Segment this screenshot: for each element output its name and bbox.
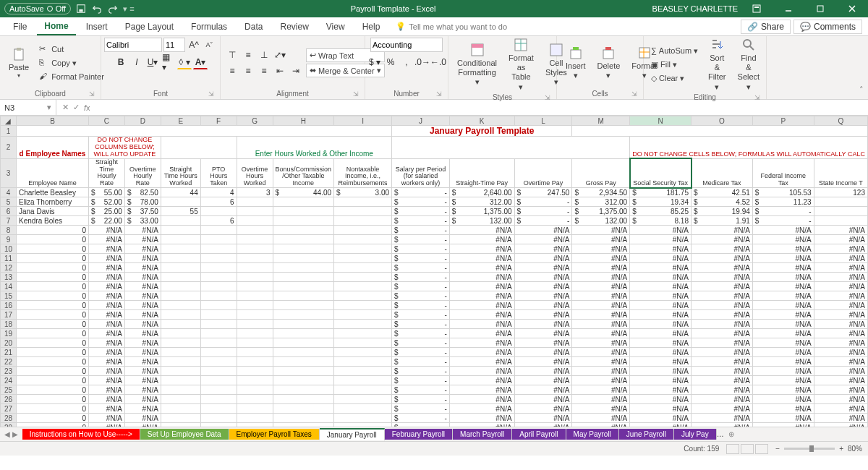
ribbon: Paste▾ ✂Cut ⎘Copy ▾ 🖌Format Painter Clip… <box>0 36 868 100</box>
minimize-icon[interactable] <box>775 0 801 17</box>
sheet-tab-february[interactable]: February Payroll <box>385 429 453 440</box>
font-color-button[interactable]: A ▾ <box>193 55 208 69</box>
tab-home[interactable]: Home <box>37 18 75 35</box>
font-size-select[interactable] <box>163 38 185 52</box>
tab-help[interactable]: Help <box>355 19 388 35</box>
percent-button[interactable]: % <box>383 55 398 69</box>
format-painter-button[interactable]: 🖌Format Painter <box>36 70 107 83</box>
svg-rect-7 <box>17 48 21 51</box>
fill-button[interactable]: ▣Fill ▾ <box>648 59 701 71</box>
maximize-icon[interactable] <box>807 0 833 17</box>
grow-font-button[interactable]: A^ <box>187 38 201 52</box>
table-icon <box>514 38 528 52</box>
tell-me-search[interactable]: 💡Tell me what you want to do <box>396 22 507 31</box>
svg-rect-16 <box>603 50 613 59</box>
tab-file[interactable]: File <box>6 19 34 35</box>
insert-cells-button[interactable]: Insert▾ <box>561 46 590 80</box>
currency-button[interactable]: $ ▾ <box>367 55 382 69</box>
name-box[interactable]: N3▾ <box>0 100 56 115</box>
sort-icon <box>710 38 724 52</box>
align-middle[interactable]: ≡ <box>241 48 255 62</box>
menu-bar: File Home Insert Page Layout Formulas Da… <box>0 17 868 36</box>
sheet-tab-june[interactable]: June Payroll <box>619 429 674 440</box>
align-bottom[interactable]: ⊥ <box>257 48 271 62</box>
delete-cells-button[interactable]: Delete▾ <box>593 46 625 80</box>
tab-insert[interactable]: Insert <box>79 19 115 35</box>
svg-rect-14 <box>571 50 581 59</box>
tab-review[interactable]: Review <box>273 19 315 35</box>
inc-decimal[interactable]: .0→ <box>415 55 430 69</box>
window-title: Payroll Template - Excel <box>135 4 652 13</box>
sheet-tab-instructions[interactable]: Instructions on How to Use-----> <box>22 429 140 440</box>
spreadsheet-grid[interactable]: ◢BCDEFGHIJKLMNOPQ1January Payroll Templa… <box>0 116 868 427</box>
sort-filter-button[interactable]: Sort & Filter▾ <box>704 38 730 92</box>
comment-icon: 💬 <box>800 22 811 32</box>
sheet-tab-april[interactable]: April Payroll <box>512 429 566 440</box>
tab-formulas[interactable]: Formulas <box>184 19 234 35</box>
align-right[interactable]: ≡ <box>257 64 271 78</box>
font-name-select[interactable] <box>104 38 162 52</box>
sheet-tab-may[interactable]: May Payroll <box>566 429 619 440</box>
share-button[interactable]: 🔗Share <box>741 20 791 34</box>
save-icon[interactable] <box>75 3 87 14</box>
svg-rect-17 <box>605 47 611 50</box>
add-sheet-button[interactable]: ⊕ <box>724 430 739 438</box>
svg-rect-3 <box>754 7 759 8</box>
orientation[interactable]: ⤢▾ <box>273 48 287 62</box>
view-buttons[interactable] <box>726 444 768 454</box>
conditional-formatting-button[interactable]: Conditional Formatting▾ <box>453 43 501 87</box>
sheet-tab-employer[interactable]: Employer Payroll Taxes <box>229 429 320 440</box>
paste-button[interactable]: Paste▾ <box>4 47 33 80</box>
copy-icon: ⎘ <box>39 58 49 68</box>
find-select-button[interactable]: Find & Select▾ <box>733 38 765 92</box>
number-format-select[interactable] <box>370 38 443 52</box>
brush-icon: 🖌 <box>39 72 49 82</box>
sheet-tab-march[interactable]: March Payroll <box>453 429 512 440</box>
comma-button[interactable]: , <box>399 55 414 69</box>
dec-decimal[interactable]: ←.0 <box>431 55 446 69</box>
eraser-icon: ◇ <box>651 74 657 83</box>
svg-rect-2 <box>753 5 760 12</box>
align-left[interactable]: ≡ <box>225 64 239 78</box>
redo-icon[interactable] <box>107 3 119 14</box>
delete-icon <box>601 46 616 60</box>
sheet-tab-setup[interactable]: Set Up Employee Data <box>140 429 229 440</box>
clear-button[interactable]: ◇Clear ▾ <box>648 72 701 85</box>
underline-button[interactable]: U ▾ <box>145 55 160 69</box>
comments-button[interactable]: 💬Comments <box>793 20 862 34</box>
indent-dec[interactable]: ⇤ <box>273 64 287 78</box>
tab-view[interactable]: View <box>319 19 352 35</box>
enter-formula-icon[interactable]: ✓ <box>73 103 80 112</box>
tab-page-layout[interactable]: Page Layout <box>118 19 181 35</box>
bold-button[interactable]: B <box>114 55 128 69</box>
italic-button[interactable]: I <box>129 55 144 69</box>
tab-data[interactable]: Data <box>237 19 270 35</box>
cancel-formula-icon[interactable]: ✕ <box>62 103 69 112</box>
autosum-button[interactable]: ∑AutoSum ▾ <box>648 45 701 57</box>
ribbon-options-icon[interactable] <box>744 0 770 17</box>
collapse-ribbon-icon[interactable]: ˄ <box>859 85 864 95</box>
close-icon[interactable] <box>839 0 865 17</box>
svg-rect-1 <box>80 9 83 12</box>
svg-rect-6 <box>14 49 23 60</box>
format-as-table-button[interactable]: Format as Table▾ <box>504 38 538 92</box>
shrink-font-button[interactable]: A˅ <box>203 38 217 52</box>
sheet-tab-january[interactable]: January Payroll <box>320 428 385 440</box>
tab-nav-prev[interactable]: ◀ ▶ <box>0 430 22 438</box>
lightbulb-icon: 💡 <box>396 22 406 31</box>
border-button[interactable]: ▦ ▾ <box>161 55 176 69</box>
align-center[interactable]: ≡ <box>241 64 255 78</box>
fx-icon[interactable]: fx <box>84 103 90 112</box>
cut-button[interactable]: ✂Cut <box>36 43 107 56</box>
indent-inc[interactable]: ⇥ <box>289 64 303 78</box>
fill-icon: ▣ <box>651 60 658 69</box>
title-bar: AutoSaveOff ▾ ≡ Payroll Template - Excel… <box>0 0 868 17</box>
sheet-tab-july[interactable]: July Pay <box>674 429 717 440</box>
copy-button[interactable]: ⎘Copy ▾ <box>36 56 107 69</box>
fill-color-button[interactable]: ◊ ▾ <box>177 55 192 69</box>
undo-icon[interactable] <box>91 3 103 14</box>
status-bar: Count: 159 −+80% <box>0 441 868 456</box>
autosave-toggle[interactable]: AutoSaveOff <box>4 3 71 14</box>
align-top[interactable]: ⊤ <box>225 48 239 62</box>
zoom-control[interactable]: −+80% <box>775 445 862 453</box>
